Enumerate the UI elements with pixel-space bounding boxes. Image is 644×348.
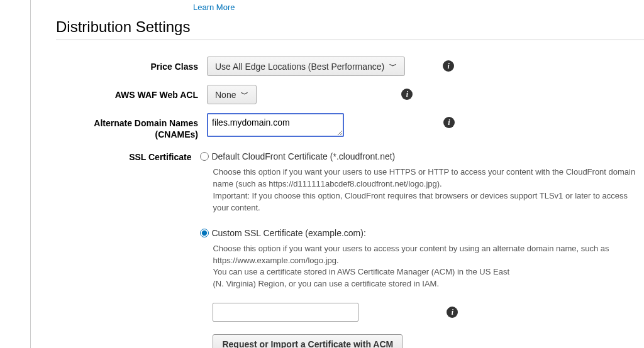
ssl-certificate-input[interactable] [213,303,358,322]
request-certificate-button[interactable]: Request or Import a Certificate with ACM [213,334,402,348]
ssl-default-option-label: Default CloudFront Certificate (*.cloudf… [211,151,395,161]
info-icon[interactable]: i [443,117,455,128]
learn-more-top-link[interactable]: Learn More [193,0,644,12]
ssl-custom-option-label: Custom SSL Certificate (example.com): [211,228,365,238]
price-class-select[interactable]: Use All Edge Locations (Best Performance… [207,57,405,76]
waf-select[interactable]: None ﹀ [207,85,257,104]
info-icon[interactable]: i [447,307,458,318]
ssl-default-description: Choose this option if you want your user… [213,166,644,214]
chevron-down-icon: ﹀ [241,89,248,100]
section-divider [56,40,644,40]
cnames-label: Alternate Domain Names (CNAMEs) [56,113,207,140]
ssl-label: SSL Certificate [56,151,200,163]
section-title: Distribution Settings [56,18,644,36]
info-icon[interactable]: i [401,89,413,100]
chevron-down-icon: ﹀ [389,61,397,72]
ssl-custom-description: Choose this option if you want your user… [213,243,644,290]
ssl-custom-radio[interactable] [200,229,209,237]
cnames-input[interactable] [207,113,344,137]
ssl-default-radio[interactable] [200,152,209,161]
price-class-label: Price Class [56,57,207,72]
waf-label: AWS WAF Web ACL [56,85,207,101]
price-class-value: Use All Edge Locations (Best Performance… [215,62,384,72]
info-icon[interactable]: i [443,60,454,72]
waf-value: None [215,90,236,100]
